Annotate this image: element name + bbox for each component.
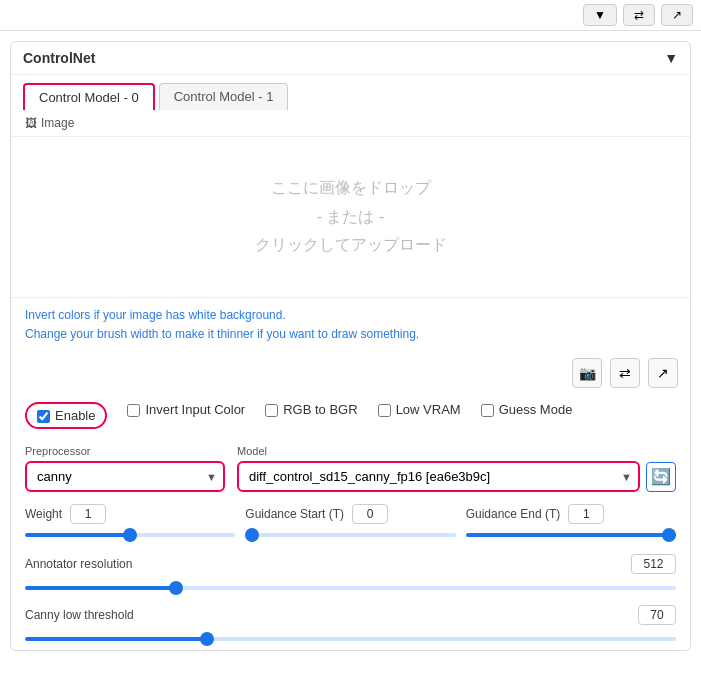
action-icons-row: 📷 ⇄ ↗	[11, 352, 690, 394]
annotator-resolution-slider-wrap	[11, 576, 690, 599]
enable-checkbox-wrapper: Enable	[25, 402, 107, 429]
canny-low-threshold-slider[interactable]	[25, 637, 676, 641]
guess-mode-label: Guess Mode	[499, 402, 573, 417]
model-select-wrapper: diff_control_sd15_canny_fp16 [ea6e3b9c] …	[237, 461, 640, 492]
canny-low-threshold-value: 70	[638, 605, 676, 625]
weight-header: Weight 1	[25, 504, 235, 524]
rgb-to-bgr-checkbox[interactable]	[265, 404, 278, 417]
rgb-to-bgr-label: RGB to BGR	[283, 402, 357, 417]
checkboxes-row: Enable Invert Input Color RGB to BGR Low…	[11, 394, 690, 437]
top-bar: ▼ ⇄ ↗	[0, 0, 701, 31]
invert-input-color-item: Invert Input Color	[127, 402, 245, 417]
preprocessor-select[interactable]: canny none hed midas mlsd openpose	[25, 461, 225, 492]
guidance-end-value: 1	[568, 504, 604, 524]
refresh-model-button[interactable]: 🔄	[646, 462, 676, 492]
model-label: Model	[237, 445, 676, 457]
guidance-start-header: Guidance Start (T) 0	[245, 504, 455, 524]
arrow-icon-btn[interactable]: ↗	[648, 358, 678, 388]
guidance-start-slider[interactable]	[245, 533, 455, 537]
top-btn-3[interactable]: ↗	[661, 4, 693, 26]
three-col-sliders: Weight 1 Guidance Start (T) 0 Guidance E…	[11, 500, 690, 548]
enable-checkbox[interactable]	[37, 410, 50, 423]
guidance-start-value: 0	[352, 504, 388, 524]
weight-value: 1	[70, 504, 106, 524]
weight-label: Weight	[25, 507, 62, 521]
drop-line-3: クリックしてアップロード	[255, 231, 447, 260]
enable-checkbox-item: Enable	[37, 408, 95, 423]
model-select[interactable]: diff_control_sd15_canny_fp16 [ea6e3b9c]	[237, 461, 640, 492]
enable-label: Enable	[55, 408, 95, 423]
annotator-resolution-row: Annotator resolution 512	[11, 548, 690, 576]
guess-mode-item: Guess Mode	[481, 402, 573, 417]
annotator-resolution-label: Annotator resolution	[25, 557, 132, 571]
canny-low-threshold-label: Canny low threshold	[25, 608, 134, 622]
guidance-end-label: Guidance End (T)	[466, 507, 561, 521]
swap-icon-btn[interactable]: ⇄	[610, 358, 640, 388]
weight-slider-col: Weight 1	[25, 504, 235, 542]
guidance-start-label: Guidance Start (T)	[245, 507, 344, 521]
guidance-end-slider[interactable]	[466, 533, 676, 537]
controlnet-title: ControlNet	[23, 50, 95, 66]
invert-input-color-label: Invert Input Color	[145, 402, 245, 417]
top-btn-2[interactable]: ⇄	[623, 4, 655, 26]
annotator-resolution-slider[interactable]	[25, 586, 676, 590]
image-section-label: 🖼 Image	[11, 110, 690, 137]
dropdowns-row: Preprocessor canny none hed midas mlsd o…	[11, 437, 690, 500]
rgb-to-bgr-item: RGB to BGR	[265, 402, 357, 417]
tab-control-model-0[interactable]: Control Model - 0	[23, 83, 155, 110]
top-btn-1[interactable]: ▼	[583, 4, 617, 26]
canny-low-threshold-row: Canny low threshold 70	[11, 599, 690, 627]
info-line-2: Change your brush width to make it thinn…	[25, 325, 676, 344]
guidance-start-slider-wrap	[245, 528, 455, 542]
guidance-end-header: Guidance End (T) 1	[466, 504, 676, 524]
model-select-row: diff_control_sd15_canny_fp16 [ea6e3b9c] …	[237, 461, 676, 492]
controlnet-section: ControlNet ▼ Control Model - 0 Control M…	[10, 41, 691, 651]
guidance-end-slider-col: Guidance End (T) 1	[466, 504, 676, 542]
image-label-text: Image	[41, 116, 74, 130]
weight-slider[interactable]	[25, 533, 235, 537]
low-vram-label: Low VRAM	[396, 402, 461, 417]
preprocessor-label: Preprocessor	[25, 445, 225, 457]
canny-low-threshold-slider-wrap	[11, 627, 690, 650]
camera-icon-btn[interactable]: 📷	[572, 358, 602, 388]
tabs-row: Control Model - 0 Control Model - 1	[11, 75, 690, 110]
collapse-icon[interactable]: ▼	[664, 50, 678, 66]
model-field-group: Model diff_control_sd15_canny_fp16 [ea6e…	[237, 445, 676, 492]
guidance-end-slider-wrap	[466, 528, 676, 542]
controlnet-header: ControlNet ▼	[11, 42, 690, 75]
guidance-start-slider-col: Guidance Start (T) 0	[245, 504, 455, 542]
low-vram-item: Low VRAM	[378, 402, 461, 417]
invert-input-color-checkbox[interactable]	[127, 404, 140, 417]
low-vram-checkbox[interactable]	[378, 404, 391, 417]
weight-slider-wrap	[25, 528, 235, 542]
preprocessor-field-group: Preprocessor canny none hed midas mlsd o…	[25, 445, 225, 492]
annotator-resolution-value: 512	[631, 554, 676, 574]
guess-mode-checkbox[interactable]	[481, 404, 494, 417]
tab-control-model-1[interactable]: Control Model - 1	[159, 83, 289, 110]
image-icon: 🖼	[25, 116, 37, 130]
info-text: Invert colors if your image has white ba…	[11, 297, 690, 352]
info-line-1: Invert colors if your image has white ba…	[25, 306, 676, 325]
drop-line-1: ここに画像をドロップ	[271, 174, 431, 203]
drop-line-2: - または -	[317, 203, 385, 232]
drop-zone[interactable]: ここに画像をドロップ - または - クリックしてアップロード	[11, 137, 690, 297]
preprocessor-select-wrapper: canny none hed midas mlsd openpose ▼	[25, 461, 225, 492]
